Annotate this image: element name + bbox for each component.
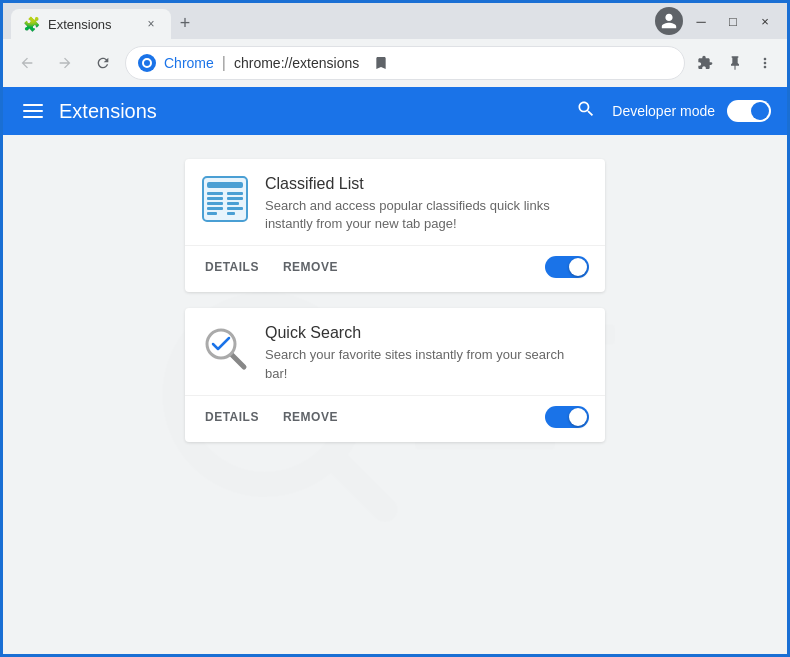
svg-rect-16 bbox=[227, 207, 243, 210]
maximize-button[interactable]: □ bbox=[719, 7, 747, 35]
svg-rect-8 bbox=[207, 192, 223, 195]
profile-button[interactable] bbox=[655, 7, 683, 35]
svg-rect-14 bbox=[227, 197, 243, 200]
details-button-quick-search[interactable]: DETAILS bbox=[201, 404, 263, 430]
svg-rect-12 bbox=[207, 212, 217, 215]
card-header: Quick Search Search your favorite sites … bbox=[185, 308, 605, 394]
card-footer: DETAILS REMOVE bbox=[185, 245, 605, 292]
search-extensions-button[interactable] bbox=[572, 95, 600, 128]
toggle-knob bbox=[751, 102, 769, 120]
extension-info-classified-list: Classified List Search and access popula… bbox=[265, 175, 589, 233]
extension-description: Search and access popular classifieds qu… bbox=[265, 197, 589, 233]
extensions-list: Classified List Search and access popula… bbox=[185, 159, 605, 442]
main-content: Classified List Search and access popula… bbox=[3, 135, 787, 654]
extension-name: Classified List bbox=[265, 175, 589, 193]
extension-icon-quick-search bbox=[201, 324, 249, 372]
titlebar: 🧩 Extensions × + ─ □ × bbox=[3, 3, 787, 39]
svg-rect-10 bbox=[207, 202, 223, 205]
extension-info-quick-search: Quick Search Search your favorite sites … bbox=[265, 324, 589, 382]
hamburger-menu-button[interactable] bbox=[19, 100, 47, 122]
svg-rect-9 bbox=[207, 197, 223, 200]
remove-button-quick-search[interactable]: REMOVE bbox=[279, 404, 342, 430]
extensions-menu-button[interactable] bbox=[691, 49, 719, 77]
svg-rect-13 bbox=[227, 192, 243, 195]
reload-button[interactable] bbox=[87, 47, 119, 79]
extension-card-quick-search: Quick Search Search your favorite sites … bbox=[185, 308, 605, 441]
extensions-page-title: Extensions bbox=[59, 100, 560, 123]
address-bar[interactable]: Chrome | chrome://extensions bbox=[125, 46, 685, 80]
extension-icon-classified-list bbox=[201, 175, 249, 223]
new-tab-button[interactable]: + bbox=[171, 9, 199, 37]
extension-name: Quick Search bbox=[265, 324, 589, 342]
svg-line-1 bbox=[335, 460, 385, 510]
bookmark-button[interactable] bbox=[367, 49, 395, 77]
active-tab[interactable]: 🧩 Extensions × bbox=[11, 9, 171, 39]
details-button-classified-list[interactable]: DETAILS bbox=[201, 254, 263, 280]
url-text: chrome://extensions bbox=[234, 55, 359, 71]
pin-button[interactable] bbox=[721, 49, 749, 77]
forward-button[interactable] bbox=[49, 47, 81, 79]
toolbar-icons bbox=[691, 49, 779, 77]
extension-description: Search your favorite sites instantly fro… bbox=[265, 346, 589, 382]
address-icons bbox=[367, 49, 395, 77]
remove-button-classified-list[interactable]: REMOVE bbox=[279, 254, 342, 280]
back-button[interactable] bbox=[11, 47, 43, 79]
site-security-icon bbox=[138, 54, 156, 72]
extension-card-classified-list: Classified List Search and access popula… bbox=[185, 159, 605, 292]
minimize-button[interactable]: ─ bbox=[687, 7, 715, 35]
svg-rect-17 bbox=[227, 212, 235, 215]
site-name: Chrome bbox=[164, 55, 214, 71]
enable-toggle-quick-search[interactable] bbox=[545, 406, 589, 428]
svg-rect-7 bbox=[207, 182, 243, 188]
browser-window: 🧩 Extensions × + ─ □ × bbox=[0, 0, 790, 657]
enable-toggle-classified-list[interactable] bbox=[545, 256, 589, 278]
close-button[interactable]: × bbox=[751, 7, 779, 35]
extensions-toolbar: Extensions Developer mode bbox=[3, 87, 787, 135]
developer-mode-label: Developer mode bbox=[612, 103, 715, 119]
card-footer: DETAILS REMOVE bbox=[185, 395, 605, 442]
url-separator: | bbox=[222, 54, 226, 72]
window-controls: ─ □ × bbox=[655, 7, 779, 35]
card-header: Classified List Search and access popula… bbox=[185, 159, 605, 245]
more-menu-button[interactable] bbox=[751, 49, 779, 77]
addressbar: Chrome | chrome://extensions bbox=[3, 39, 787, 87]
tab-extension-icon: 🧩 bbox=[23, 16, 40, 32]
svg-rect-15 bbox=[227, 202, 239, 205]
tab-area: 🧩 Extensions × + bbox=[11, 3, 655, 39]
svg-point-19 bbox=[207, 330, 235, 358]
svg-line-18 bbox=[231, 354, 244, 367]
developer-mode-toggle[interactable] bbox=[727, 100, 771, 122]
svg-rect-11 bbox=[207, 207, 223, 210]
tab-label: Extensions bbox=[48, 17, 112, 32]
tab-close-button[interactable]: × bbox=[143, 16, 159, 32]
